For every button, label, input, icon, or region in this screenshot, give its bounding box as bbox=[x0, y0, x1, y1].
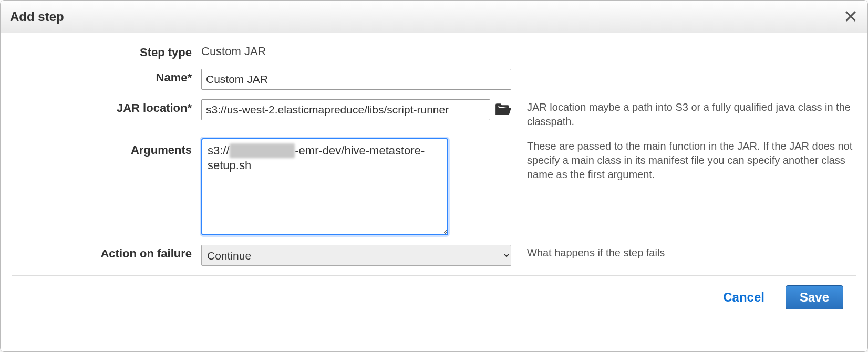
value-step-type: Custom JAR bbox=[201, 44, 266, 58]
name-input[interactable] bbox=[201, 69, 511, 90]
help-arguments: These are passed to the main function in… bbox=[516, 138, 856, 182]
dialog-header: Add step bbox=[1, 1, 867, 33]
row-jar-location: JAR location* JAR location maybe a path … bbox=[12, 99, 856, 129]
label-jar-location: JAR location* bbox=[12, 99, 201, 115]
close-icon bbox=[844, 9, 857, 23]
row-name: Name* bbox=[12, 69, 856, 90]
row-step-type: Step type Custom JAR bbox=[12, 44, 856, 59]
dialog-body: Step type Custom JAR Name* JAR location* bbox=[1, 33, 867, 351]
args-redacted: ████████ bbox=[230, 143, 295, 158]
label-action-on-failure: Action on failure bbox=[12, 245, 201, 261]
cancel-button[interactable]: Cancel bbox=[718, 286, 770, 309]
dialog-title: Add step bbox=[10, 9, 64, 24]
folder-open-icon bbox=[494, 102, 512, 117]
browse-s3-button[interactable] bbox=[494, 102, 512, 117]
separator bbox=[12, 275, 856, 276]
arguments-textarea[interactable]: s3://████████-emr-dev/hive-metastore-set… bbox=[201, 138, 448, 235]
jar-location-input[interactable] bbox=[201, 99, 490, 120]
args-prefix: s3:// bbox=[208, 144, 230, 157]
save-button[interactable]: Save bbox=[786, 285, 843, 309]
row-arguments: Arguments s3://████████-emr-dev/hive-met… bbox=[12, 138, 856, 235]
action-on-failure-select[interactable]: Continue bbox=[201, 245, 511, 266]
dialog-footer: Cancel Save bbox=[12, 285, 856, 324]
help-action-on-failure: What happens if the step fails bbox=[516, 245, 856, 260]
label-step-type: Step type bbox=[12, 44, 201, 59]
help-jar-location: JAR location maybe a path into S3 or a f… bbox=[516, 99, 856, 129]
close-button[interactable] bbox=[841, 7, 860, 26]
row-action-on-failure: Action on failure Continue What happens … bbox=[12, 245, 856, 266]
add-step-dialog: Add step Step type Custom JAR Name* JAR … bbox=[0, 0, 868, 352]
label-arguments: Arguments bbox=[12, 138, 201, 157]
label-name: Name* bbox=[12, 69, 201, 85]
